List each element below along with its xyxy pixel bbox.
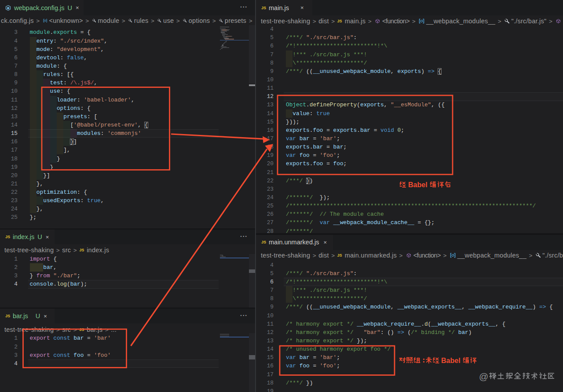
svg-text:Babel: Babel bbox=[408, 181, 428, 189]
svg-text:Babel: Babel bbox=[441, 357, 461, 364]
svg-text:@: @ bbox=[479, 371, 488, 381]
